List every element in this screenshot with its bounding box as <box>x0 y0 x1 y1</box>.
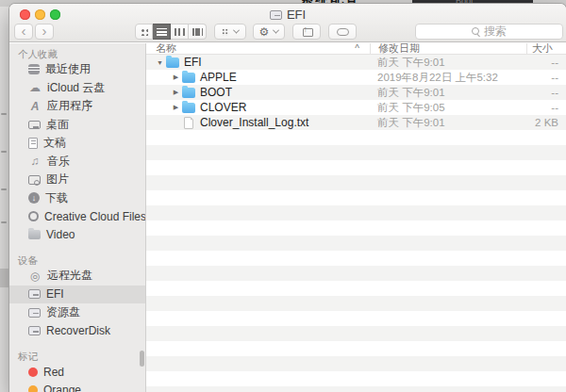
chevron-down-icon <box>233 27 240 34</box>
sidebar-item-video[interactable]: Video <box>9 226 145 245</box>
forward-icon: › <box>42 24 47 40</box>
sidebar-item-下载[interactable]: ↓下载 <box>9 189 145 208</box>
folder-icon <box>182 103 195 113</box>
disclosure-triangle-icon[interactable]: ▶ <box>170 104 182 111</box>
document-icon <box>184 117 193 129</box>
sidebar-item-icloud-云盘[interactable]: ☁iCloud 云盘 <box>9 79 145 98</box>
sidebar-item-label: 最近使用 <box>45 61 91 77</box>
file-date: 前天 下午9:01 <box>370 85 526 100</box>
column-header-date[interactable]: 修改日期 <box>370 43 526 54</box>
sidebar-item-recoverdisk[interactable]: RecoverDisk <box>9 322 145 341</box>
drive-icon <box>28 289 41 299</box>
sidebar-item-应用程序[interactable]: A应用程序 <box>9 97 145 116</box>
background-mark <box>1 221 7 223</box>
file-row-empty <box>146 371 566 386</box>
search-field[interactable]: 搜索 <box>415 24 563 40</box>
sidebar: 个人收藏最近使用☁iCloud 云盘A应用程序桌面文稿♫音乐图片↓下载Creat… <box>9 43 146 392</box>
sidebar-item-label: 下载 <box>45 190 68 206</box>
forward-button[interactable]: › <box>35 24 54 40</box>
file-name: APPLE <box>200 71 237 84</box>
column-view-button[interactable] <box>171 24 189 40</box>
disclosure-triangle-icon[interactable]: ▼ <box>154 59 166 66</box>
sidebar-item-label: 文稿 <box>43 135 66 151</box>
list-view-button[interactable] <box>153 24 171 40</box>
folder-icon <box>182 88 195 98</box>
sidebar-item-文稿[interactable]: 文稿 <box>9 134 145 153</box>
sidebar-item-label: Creative Cloud Files <box>44 210 146 223</box>
sidebar-item-efi[interactable]: EFI <box>9 286 145 304</box>
file-row-boot[interactable]: ▶BOOT前天 下午9:01-- <box>146 85 566 100</box>
gear-icon: ⚙ <box>259 27 270 37</box>
file-date: 前天 下午9:01 <box>370 115 526 130</box>
sidebar-item-label: 图片 <box>46 172 69 188</box>
sidebar-item-label: 桌面 <box>46 117 69 133</box>
action-button[interactable]: ⚙ <box>253 24 285 40</box>
sort-indicator: ^ <box>355 43 370 54</box>
disclosure-triangle-icon[interactable]: ▶ <box>170 74 182 81</box>
share-button[interactable]: ↑ <box>292 24 321 40</box>
finder-window: EFI ‹ › ⚙ ↑ 搜索 个人收藏最近使用☁ <box>9 4 566 392</box>
file-row-apple[interactable]: ▶APPLE2019年8月22日 上午5:32-- <box>146 70 566 85</box>
cloud-icon: ☁ <box>28 81 42 94</box>
coverflow-view-button[interactable] <box>189 24 207 40</box>
file-row-clover-install-log-txt[interactable]: Clover_Install_Log.txt前天 下午9:012 KB <box>146 115 566 130</box>
sidebar-item-资源盘[interactable]: 资源盘 <box>9 303 145 322</box>
background-left-sliver <box>0 7 9 392</box>
sidebar-item-最近使用[interactable]: 最近使用 <box>9 60 145 79</box>
column-header-size[interactable]: 大小 <box>526 43 566 54</box>
tag-button[interactable] <box>328 24 357 40</box>
share-arrow: ↑ <box>304 24 308 34</box>
file-row-empty <box>146 145 566 160</box>
window-chrome: EFI ‹ › ⚙ ↑ 搜索 <box>9 4 566 42</box>
sidebar-item-图片[interactable]: 图片 <box>9 171 145 189</box>
sidebar-item-label: 远程光盘 <box>47 268 92 284</box>
file-row-empty <box>146 326 566 341</box>
icon-view-button[interactable] <box>135 24 153 40</box>
sidebar-item-creative-cloud-files[interactable]: Creative Cloud Files <box>9 207 145 226</box>
window-title: EFI <box>9 8 566 22</box>
folder-icon <box>182 73 195 83</box>
file-row-empty <box>146 130 566 145</box>
file-row-empty <box>146 386 566 392</box>
search-icon <box>472 27 480 36</box>
drive-icon <box>28 326 41 335</box>
nav-buttons: ‹ › <box>14 24 54 40</box>
back-button[interactable]: ‹ <box>14 24 33 40</box>
list-header: 名称 ^ 修改日期 大小 <box>146 43 566 55</box>
sidebar-scrollbar-thumb[interactable] <box>140 351 144 367</box>
file-row-empty <box>146 341 566 356</box>
file-date: 前天 下午9:05 <box>370 100 526 115</box>
disclosure-triangle-icon[interactable]: ▶ <box>170 89 182 96</box>
view-mode-control <box>135 24 207 40</box>
sidebar-item-桌面[interactable]: 桌面 <box>9 116 145 135</box>
file-size: -- <box>526 55 566 70</box>
sidebar-item-远程光盘[interactable]: ◎远程光盘 <box>9 267 145 286</box>
pictures-icon <box>28 175 41 185</box>
sidebar-item-label: Red <box>43 366 64 379</box>
file-row-efi[interactable]: ▼EFI前天 下午9:01-- <box>146 55 566 70</box>
file-name: BOOT <box>200 86 232 99</box>
disc-icon: ◎ <box>28 270 42 283</box>
file-row-empty <box>146 160 566 175</box>
downloads-icon: ↓ <box>28 192 40 204</box>
sidebar-item-red[interactable]: Red <box>9 363 145 382</box>
tag-icon <box>28 385 38 392</box>
background-mark <box>1 113 7 115</box>
sidebar-item-label: Orange <box>43 384 81 392</box>
sidebar-item-音乐[interactable]: ♫音乐 <box>9 153 145 172</box>
file-row-empty <box>146 356 566 371</box>
file-row-clover[interactable]: ▶CLOVER前天 下午9:05-- <box>146 100 566 115</box>
file-size: 2 KB <box>526 115 566 130</box>
group-button[interactable] <box>214 24 246 40</box>
column-header-name[interactable]: 名称 ^ <box>146 43 370 54</box>
file-row-empty <box>146 190 566 205</box>
coverflow-view-icon <box>192 28 203 36</box>
tag-icon <box>28 368 38 377</box>
sidebar-item-label: Video <box>46 228 75 241</box>
sidebar-item-orange[interactable]: Orange <box>9 382 145 392</box>
window-body: 个人收藏最近使用☁iCloud 云盘A应用程序桌面文稿♫音乐图片↓下载Creat… <box>9 43 566 392</box>
tag-icon <box>337 28 349 36</box>
file-row-empty <box>146 220 566 236</box>
drive-icon <box>270 10 282 20</box>
file-size: -- <box>526 70 566 85</box>
